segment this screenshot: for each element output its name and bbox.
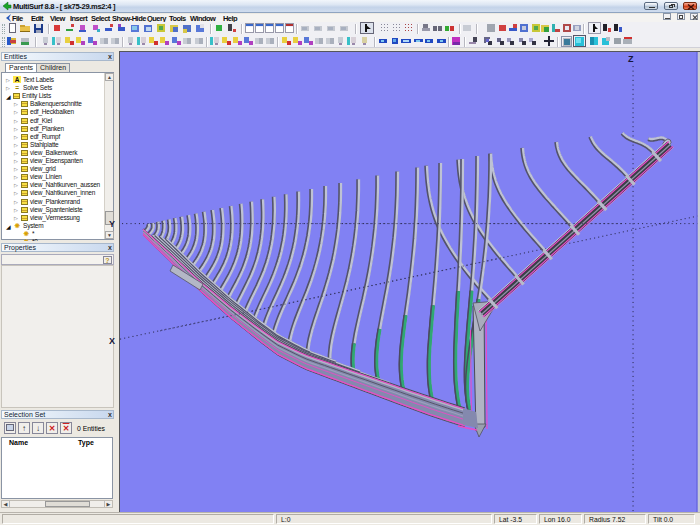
svg-text:Z: Z (628, 54, 634, 64)
